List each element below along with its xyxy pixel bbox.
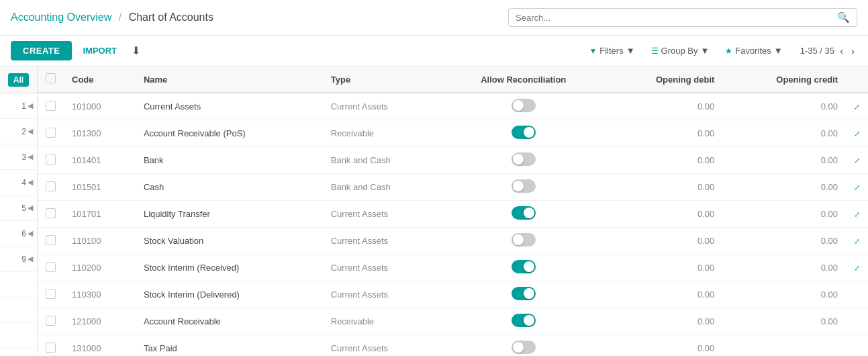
reconciliation-toggle[interactable] <box>512 287 536 300</box>
row-checkbox[interactable] <box>46 235 56 245</box>
cell-expand[interactable]: ⤢ <box>846 255 868 281</box>
cell-opening-credit: 0.00 <box>722 120 846 147</box>
row-checkbox[interactable] <box>46 128 56 138</box>
table-row: 131000 Tax Paid Current Assets 0.00 <box>38 335 868 355</box>
next-page-button[interactable]: › <box>849 44 857 58</box>
reconciliation-toggle[interactable] <box>512 233 536 247</box>
cell-reconciliation[interactable] <box>443 93 604 120</box>
reconciliation-toggle[interactable] <box>512 152 536 166</box>
toggle-knob <box>524 288 534 299</box>
reconciliation-toggle[interactable] <box>512 341 536 354</box>
left-row-2: 2 ◀ <box>0 119 37 144</box>
row-num-1: 1 <box>21 101 26 111</box>
cell-expand[interactable] <box>846 335 868 355</box>
row-expand-icon[interactable]: ⤢ <box>854 264 860 272</box>
toggle-knob <box>524 208 534 218</box>
breadcrumb-link[interactable]: Accounting Overview <box>11 11 111 23</box>
row-expand-icon[interactable]: ⤢ <box>854 237 860 245</box>
expand-arrow-2[interactable]: ◀ <box>28 127 33 136</box>
row-num-7: 9 <box>21 255 26 264</box>
col-header-opening-credit: Opening credit <box>722 66 846 93</box>
cell-reconciliation[interactable] <box>443 174 604 201</box>
toggle-knob <box>513 100 524 111</box>
expand-arrow-1[interactable]: ◀ <box>28 101 33 110</box>
favorites-icon: ★ <box>725 46 732 56</box>
table-container: All 1 ◀ 2 ◀ 3 ◀ 4 ◀ 5 ◀ 6 ◀ 9 ◀ <box>0 66 868 354</box>
cell-expand[interactable]: ⤢ <box>846 120 868 147</box>
cell-code: 101000 <box>64 93 136 120</box>
table-row: 101000 Current Assets Current Assets 0.0… <box>38 93 868 120</box>
row-checkbox[interactable] <box>46 101 56 111</box>
cell-expand[interactable]: ⤢ <box>846 93 868 120</box>
cell-reconciliation[interactable] <box>443 255 604 281</box>
cell-expand[interactable]: ⤢ <box>846 174 868 201</box>
cell-reconciliation[interactable] <box>443 228 604 255</box>
cell-expand[interactable]: ⤢ <box>846 228 868 255</box>
row-num-4: 4 <box>21 178 26 187</box>
row-checkbox[interactable] <box>46 154 56 165</box>
row-expand-icon[interactable]: ⤢ <box>854 130 860 138</box>
row-checkbox[interactable] <box>46 262 56 272</box>
prev-page-button[interactable]: ‹ <box>837 44 846 58</box>
reconciliation-toggle[interactable] <box>512 179 536 193</box>
groupby-button[interactable]: ☰ Group By ▼ <box>644 42 716 60</box>
download-button[interactable]: ⬇ <box>128 42 144 60</box>
cell-reconciliation[interactable] <box>443 308 604 335</box>
toggle-knob <box>524 315 534 326</box>
cell-expand[interactable] <box>846 281 868 308</box>
select-all-checkbox[interactable] <box>46 73 56 83</box>
expand-arrow-3[interactable]: ◀ <box>28 152 33 161</box>
download-icon: ⬇ <box>132 45 140 56</box>
favorites-button[interactable]: ★ Favorites ▼ <box>718 42 789 60</box>
import-button[interactable]: IMPORT <box>77 41 122 60</box>
row-expand-icon[interactable]: ⤢ <box>854 103 860 111</box>
reconciliation-toggle[interactable] <box>512 99 536 112</box>
row-checkbox[interactable] <box>46 289 56 299</box>
cell-opening-credit: 0.00 <box>722 308 846 335</box>
row-checkbox[interactable] <box>46 181 56 191</box>
left-row-7: 9 ◀ <box>0 247 37 272</box>
filters-button[interactable]: ▼ Filters ▼ <box>582 42 641 60</box>
cell-name: Account Receivable (PoS) <box>136 120 323 147</box>
cell-type: Current Assets <box>323 335 443 355</box>
toggle-knob <box>513 234 524 245</box>
cell-expand[interactable] <box>846 308 868 335</box>
cell-name: Stock Interim (Delivered) <box>136 281 323 308</box>
reconciliation-toggle[interactable] <box>512 126 536 139</box>
cell-code: 101401 <box>64 147 136 174</box>
cell-opening-credit: 0.00 <box>722 201 846 228</box>
table-row: 110300 Stock Interim (Delivered) Current… <box>38 281 868 308</box>
row-expand-icon[interactable]: ⤢ <box>854 210 860 218</box>
create-button[interactable]: CREATE <box>11 41 72 60</box>
cell-reconciliation[interactable] <box>443 281 604 308</box>
cell-name: Stock Valuation <box>136 228 323 255</box>
top-bar: Accounting Overview / Chart of Accounts … <box>0 0 868 36</box>
row-expand-icon[interactable]: ⤢ <box>854 157 860 165</box>
row-expand-icon[interactable]: ⤢ <box>854 183 860 191</box>
reconciliation-toggle[interactable] <box>512 206 536 220</box>
cell-reconciliation[interactable] <box>443 335 604 355</box>
cell-reconciliation[interactable] <box>443 120 604 147</box>
cell-reconciliation[interactable] <box>443 147 604 174</box>
search-input[interactable] <box>516 13 837 23</box>
expand-arrow-7[interactable]: ◀ <box>28 255 33 263</box>
reconciliation-toggle[interactable] <box>512 260 536 273</box>
row-checkbox[interactable] <box>46 208 56 218</box>
all-button-header: All <box>0 66 37 93</box>
row-checkbox[interactable] <box>46 343 56 353</box>
row-checkbox[interactable] <box>46 316 56 326</box>
cell-reconciliation[interactable] <box>443 201 604 228</box>
reconciliation-toggle[interactable] <box>512 314 536 327</box>
expand-arrow-5[interactable]: ◀ <box>28 204 33 212</box>
cell-expand[interactable]: ⤢ <box>846 147 868 174</box>
favorites-arrow: ▼ <box>774 46 783 56</box>
cell-expand[interactable]: ⤢ <box>846 201 868 228</box>
expand-arrow-6[interactable]: ◀ <box>28 229 33 238</box>
favorites-label: Favorites <box>735 46 771 56</box>
toggle-knob <box>513 154 524 165</box>
col-header-reconciliation: Allow Reconciliation <box>443 66 604 93</box>
all-button[interactable]: All <box>8 73 29 87</box>
expand-arrow-4[interactable]: ◀ <box>28 178 33 187</box>
row-num-5: 5 <box>21 204 26 213</box>
col-header-name: Name <box>136 66 323 93</box>
